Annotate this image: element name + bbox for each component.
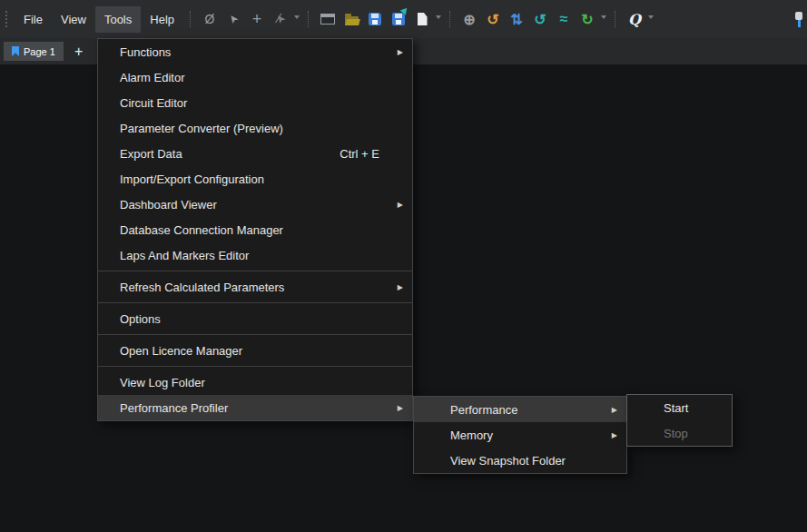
menu-item-open-licence-manager[interactable]: Open Licence Manager: [98, 338, 412, 363]
menu-item-functions[interactable]: Functions▶: [98, 39, 412, 64]
menubar-item-help[interactable]: Help: [141, 6, 183, 33]
pin-icon[interactable]: [787, 7, 807, 31]
menu-item-dashboard-viewer[interactable]: Dashboard Viewer▶: [98, 192, 412, 217]
menu-item-stop: Stop: [627, 420, 732, 446]
toolbar-overflow-icon[interactable]: [646, 15, 655, 23]
menu-item-export-data[interactable]: Export DataCtrl + E: [98, 141, 412, 166]
submenu-arrow-icon: ▶: [606, 406, 617, 414]
menubar-item-file[interactable]: File: [15, 6, 52, 33]
menu-item-laps-and-markers-editor[interactable]: Laps And Markers Editor: [98, 242, 412, 268]
cursor-icon[interactable]: ➤: [221, 7, 245, 31]
submenu-arrow-icon: ▶: [392, 201, 403, 209]
swap-vertical-icon[interactable]: ⇅: [505, 7, 528, 31]
performance-profiler-submenu: Performance▶ Memory▶ View Snapshot Folde…: [413, 396, 627, 474]
toolbar-overflow-icon[interactable]: [292, 15, 301, 23]
menu-item-performance[interactable]: Performance▶: [414, 397, 626, 422]
menu-separator: [98, 366, 412, 367]
menu-separator: [98, 271, 412, 271]
performance-submenu: Start Stop: [626, 394, 733, 447]
toolbar-separator: [449, 11, 451, 27]
menubar-item-tools[interactable]: Tools: [95, 6, 141, 33]
new-display-icon[interactable]: [316, 7, 340, 31]
crosshair-icon[interactable]: +: [245, 7, 269, 31]
cursor-disabled-icon[interactable]: ➤∕: [269, 7, 292, 31]
menubar-item-view[interactable]: View: [52, 6, 95, 33]
toolbar-separator: [190, 11, 192, 27]
quick-functions-icon[interactable]: Q: [623, 7, 646, 31]
menu-item-options[interactable]: Options: [98, 306, 412, 331]
menu-separator: [98, 302, 412, 303]
app-window: File View Tools Help Ø ➤ + ➤∕ ⊕ ↺ ⇅ ↺ ≈ …: [0, 0, 807, 532]
toolbar-overflow-icon[interactable]: [599, 15, 608, 23]
redo-icon[interactable]: ↺: [528, 7, 552, 31]
menu-item-view-snapshot-folder[interactable]: View Snapshot Folder: [414, 448, 626, 473]
menu-item-database-connection-manager[interactable]: Database Connection Manager: [98, 217, 412, 242]
slash-overlay-icon: ∕: [278, 10, 280, 25]
toolbar-separator: [308, 11, 310, 27]
menu-toolbar: File View Tools Help Ø ➤ + ➤∕ ⊕ ↺ ⇅ ↺ ≈ …: [0, 0, 807, 38]
toolbar-separator: [615, 11, 616, 27]
menu-item-circuit-editor[interactable]: Circuit Editor: [98, 90, 412, 115]
submenu-arrow-icon: ▶: [392, 404, 403, 412]
open-folder-icon[interactable]: [340, 7, 363, 31]
submenu-arrow-icon: ▶: [392, 283, 403, 291]
menu-separator: [98, 334, 412, 335]
save-as-icon[interactable]: [387, 7, 410, 31]
submenu-arrow-icon: ▶: [392, 48, 403, 56]
menu-item-view-log-folder[interactable]: View Log Folder: [98, 369, 412, 395]
menu-item-refresh-calculated-parameters[interactable]: Refresh Calculated Parameters▶: [98, 274, 412, 300]
tab-label: Page 1: [24, 46, 55, 57]
no-entry-icon[interactable]: Ø: [198, 7, 221, 31]
bookmark-icon: [12, 46, 19, 56]
waves-icon[interactable]: ≈: [552, 7, 576, 31]
menu-item-start[interactable]: Start: [627, 395, 732, 420]
menu-item-import-export-configuration[interactable]: Import/Export Configuration: [98, 166, 412, 192]
tools-menu: Functions▶ Alarm Editor Circuit Editor P…: [97, 38, 413, 421]
add-page-button[interactable]: +: [72, 44, 85, 59]
zoom-in-icon[interactable]: ⊕: [458, 7, 481, 31]
menu-item-memory[interactable]: Memory▶: [414, 422, 626, 448]
new-document-icon[interactable]: [410, 7, 434, 31]
toolbar-overflow-icon[interactable]: [434, 15, 443, 23]
toolbar-grip: [5, 11, 9, 27]
menu-item-performance-profiler[interactable]: Performance Profiler▶: [98, 395, 412, 420]
tab-page-1[interactable]: Page 1: [4, 42, 64, 61]
save-icon[interactable]: [363, 7, 387, 31]
menu-item-alarm-editor[interactable]: Alarm Editor: [98, 64, 412, 90]
refresh-icon[interactable]: ↻: [576, 7, 599, 31]
menu-item-parameter-converter[interactable]: Parameter Converter (Preview): [98, 115, 412, 141]
undo-icon[interactable]: ↺: [481, 7, 505, 31]
submenu-arrow-icon: ▶: [606, 431, 617, 439]
shortcut-label: Ctrl + E: [340, 147, 379, 161]
